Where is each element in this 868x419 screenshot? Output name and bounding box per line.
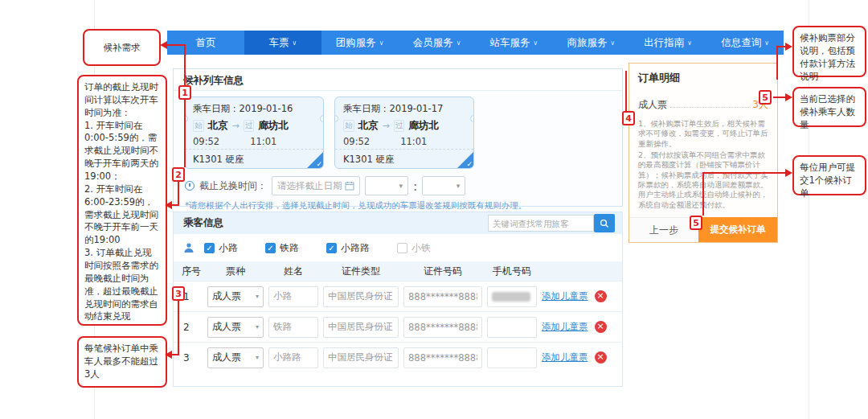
arrive-time: 11:01 <box>250 136 276 147</box>
delete-row-button[interactable]: × <box>595 290 607 302</box>
checkbox-checked-icon[interactable]: ✓ <box>326 243 337 253</box>
calendar-icon[interactable] <box>345 181 354 191</box>
train-date-row: 乘车日期：2019-01-17 <box>343 103 465 115</box>
quick-select-passenger-1[interactable]: ✓小路 <box>204 241 238 255</box>
marker-5: 5 <box>759 90 772 105</box>
seat-class: 硬座 <box>225 154 244 165</box>
nav-item-group-service[interactable]: 团购服务∨ <box>321 31 399 55</box>
id-number-field[interactable] <box>403 286 482 307</box>
time-separator: : <box>413 179 417 194</box>
add-child-ticket-link[interactable]: 添加儿童票 <box>542 351 588 364</box>
phone-cell <box>487 286 537 307</box>
name-field[interactable] <box>268 317 318 338</box>
nav-label: 商旅服务 <box>567 36 607 50</box>
ticket-notch <box>320 115 324 122</box>
phone-field[interactable] <box>487 317 537 338</box>
chevron-down-icon: ∨ <box>534 39 538 47</box>
id-number-cell <box>403 347 482 368</box>
destination-tag: 过 <box>394 120 405 132</box>
nav-item-business-travel[interactable]: 商旅服务∨ <box>552 31 629 55</box>
id-type-field[interactable] <box>323 286 399 307</box>
arrow-left-icon <box>165 201 172 209</box>
id-type-field[interactable] <box>323 347 399 368</box>
row-index: 2 <box>182 322 203 333</box>
search-button[interactable] <box>594 214 615 232</box>
nav-label: 出行指南 <box>644 36 684 50</box>
phone-cell <box>487 317 537 338</box>
delete-row-button[interactable]: × <box>595 321 607 333</box>
name-field[interactable] <box>268 347 318 368</box>
chevron-down-icon: ∨ <box>687 39 692 47</box>
quick-select-passenger-3[interactable]: ✓小路路 <box>326 241 370 255</box>
phone-cell <box>487 347 537 368</box>
name-cell <box>268 317 318 338</box>
passenger-name: 小路 <box>219 241 238 255</box>
table-row: 3 成人票▾ 添加儿童票 × <box>174 342 622 372</box>
checkbox-checked-icon[interactable]: ✓ <box>265 243 276 253</box>
add-child-ticket-link[interactable]: 添加儿童票 <box>542 321 588 333</box>
checkbox-unchecked-icon[interactable] <box>397 243 407 253</box>
quick-select-passenger-2[interactable]: ✓铁路 <box>265 241 299 255</box>
chevron-down-icon: ∨ <box>379 39 384 47</box>
ticket-notch <box>470 115 474 122</box>
quick-select-passenger-4[interactable]: 小铁 <box>397 241 431 255</box>
ticket-type-label: 成人票 <box>638 98 667 112</box>
back-button[interactable]: 上一步 <box>629 217 698 242</box>
nav-item-member-service[interactable]: 会员服务∨ <box>399 31 476 55</box>
train-card-2[interactable]: 乘车日期：2019-01-17 始 北京 → 过 廊坊北 09:5211:01 … <box>334 97 474 169</box>
chevron-down-icon: ▾ <box>256 354 259 361</box>
col-header-phone: 手机号码 <box>487 265 537 278</box>
connector <box>773 97 786 98</box>
nav-label: 站车服务 <box>490 36 530 50</box>
train-date-row: 乘车日期：2019-01-16 <box>193 103 315 115</box>
panel-title: 订单明细 <box>629 64 777 85</box>
ticket-type-select[interactable]: 成人票▾ <box>207 286 264 307</box>
ticket-type-select[interactable]: 成人票▾ <box>207 317 264 338</box>
train-route: 始 北京 → 过 廊坊北 <box>193 119 315 133</box>
connector <box>178 182 179 206</box>
train-card-1[interactable]: 乘车日期：2019-01-16 始 北京 → 过 廊坊北 09:5211:01 … <box>184 97 324 169</box>
deadline-minute-select[interactable]: ▾ <box>422 176 465 195</box>
top-nav: 首页 车票∨ 团购服务∨ 会员服务∨ 站车服务∨ 商旅服务∨ 出行指南∨ 信息查… <box>167 31 784 55</box>
nav-item-tickets[interactable]: 车票∨ <box>244 31 321 55</box>
ticket-type-select[interactable]: 成人票▾ <box>207 347 264 368</box>
delete-row-button[interactable]: × <box>595 351 607 364</box>
waitlist-train-panel: 候补列车信息 乘车日期：2019-01-16 始 北京 → 过 廊坊北 09:5… <box>173 68 623 207</box>
deadline-date-input[interactable]: 请选择截止日期 <box>272 176 360 195</box>
nav-item-home[interactable]: 首页 <box>167 31 244 55</box>
id-number-field[interactable] <box>403 347 482 368</box>
train-times: 09:5211:01 <box>343 136 465 147</box>
connector <box>776 46 778 80</box>
nav-item-station-service[interactable]: 站车服务∨ <box>476 31 553 55</box>
row-index: 3 <box>182 352 203 364</box>
callout-order-notes: 候补购票部分说明，包括预付款计算方法说明 <box>792 26 866 77</box>
marker-2: 2 <box>172 167 185 182</box>
train-number: K1301 <box>343 154 373 165</box>
page: 首页 车票∨ 团购服务∨ 会员服务∨ 站车服务∨ 商旅服务∨ 出行指南∨ 信息查… <box>0 0 868 419</box>
connector <box>178 301 179 355</box>
name-field[interactable] <box>268 286 318 307</box>
deadline-hour-select[interactable]: ▾ <box>365 176 408 195</box>
route-arrow-icon: → <box>232 121 240 131</box>
origin-city: 北京 <box>358 119 379 133</box>
date-value: 2019-01-16 <box>240 103 293 114</box>
phone-field[interactable] <box>487 347 537 368</box>
nav-item-info-query[interactable]: 信息查询∨ <box>706 31 784 55</box>
deadline-note: *请您根据个人出行安排，选择兑现截止时间，兑现成功的车票退改签规则按既有规则办理… <box>185 200 622 212</box>
passenger-icon <box>183 242 194 253</box>
add-child-ticket-link[interactable]: 添加儿童票 <box>542 290 588 302</box>
chevron-down-icon: ▾ <box>256 323 259 331</box>
id-type-field[interactable] <box>323 317 399 338</box>
checkbox-checked-icon[interactable]: ✓ <box>204 243 215 253</box>
nav-item-travel-guide[interactable]: 出行指南∨ <box>629 31 706 55</box>
id-number-field[interactable] <box>403 317 482 338</box>
search-input[interactable] <box>488 215 594 232</box>
id-type-cell <box>323 317 399 338</box>
train-number: K1301 <box>193 154 223 165</box>
panel-title: 乘客信息 <box>174 216 488 230</box>
chevron-down-icon: ∨ <box>610 39 615 47</box>
passenger-name: 铁路 <box>280 241 299 255</box>
destination-tag: 过 <box>244 120 255 132</box>
submit-waitlist-order-button[interactable]: 提交候补订单 <box>698 217 777 242</box>
connector <box>171 204 179 206</box>
